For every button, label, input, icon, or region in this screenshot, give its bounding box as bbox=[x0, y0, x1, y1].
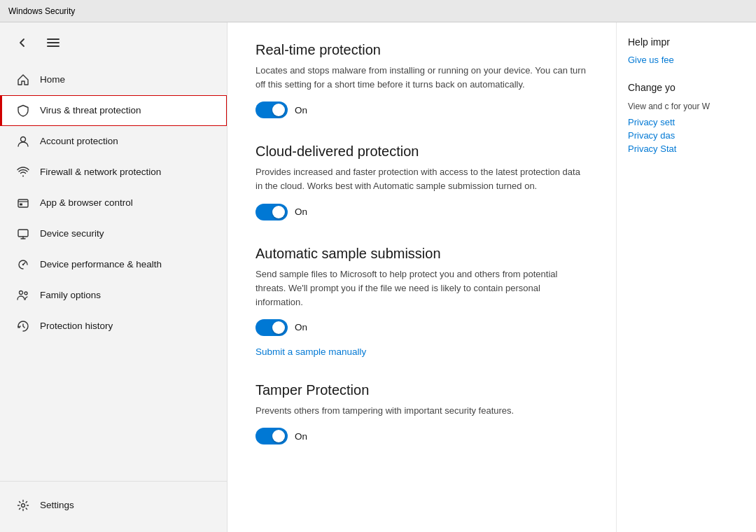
sidebar-item-deviceperf-label: Device performance & health bbox=[40, 258, 162, 271]
sidebar-item-appbrowser-label: App & browser control bbox=[40, 197, 133, 209]
section-tamper: Tamper Protection Prevents others from t… bbox=[255, 382, 588, 444]
section-cloud-desc: Provides increased and faster protection… bbox=[255, 165, 588, 193]
section-cloud: Cloud-delivered protection Provides incr… bbox=[255, 144, 588, 220]
tamper-toggle-label: On bbox=[295, 431, 307, 442]
section-cloud-toggle-row: On bbox=[255, 204, 588, 220]
section-automatic-title: Automatic sample submission bbox=[255, 246, 588, 262]
right-change-title: Change yo bbox=[628, 82, 745, 93]
main-content: Real-time protection Locates and stops m… bbox=[227, 22, 616, 532]
sidebar-item-family-label: Family options bbox=[40, 289, 101, 302]
sidebar-bottom: Settings bbox=[0, 481, 227, 532]
right-panel: Help impr Give us fee Change yo View and… bbox=[616, 22, 756, 532]
realtime-toggle[interactable] bbox=[255, 102, 288, 118]
settings-icon bbox=[16, 498, 30, 512]
sidebar-nav: Home Virus & threat protection bbox=[0, 59, 227, 347]
privacy-dashboard-link[interactable]: Privacy das bbox=[628, 130, 745, 141]
svg-rect-2 bbox=[20, 204, 22, 206]
history-icon bbox=[16, 319, 30, 333]
devicesec-icon bbox=[16, 227, 30, 241]
svg-point-0 bbox=[21, 137, 26, 142]
privacy-settings-link[interactable]: Privacy sett bbox=[628, 117, 745, 127]
toggle-thumb bbox=[272, 206, 285, 218]
sidebar-top bbox=[0, 22, 227, 59]
svg-point-7 bbox=[22, 504, 25, 507]
toggle-thumb bbox=[272, 430, 285, 442]
sidebar-item-account-label: Account protection bbox=[40, 135, 118, 148]
sidebar-item-account[interactable]: Account protection bbox=[0, 126, 227, 157]
sidebar-item-devicesec-label: Device security bbox=[40, 227, 104, 240]
cloud-toggle-label: On bbox=[295, 206, 307, 217]
section-tamper-title: Tamper Protection bbox=[255, 382, 588, 398]
sidebar-item-firewall[interactable]: Firewall & network protection bbox=[0, 157, 227, 188]
back-button[interactable] bbox=[11, 31, 34, 54]
right-change-section: Change yo View and c for your W Privacy … bbox=[628, 82, 745, 154]
sidebar-item-firewall-label: Firewall & network protection bbox=[40, 166, 161, 178]
back-icon bbox=[17, 37, 28, 48]
sidebar-item-family[interactable]: Family options bbox=[0, 280, 227, 311]
sidebar-item-virus-label: Virus & threat protection bbox=[40, 104, 141, 117]
cloud-toggle[interactable] bbox=[255, 204, 288, 220]
sidebar-item-settings[interactable]: Settings bbox=[0, 490, 227, 521]
family-icon bbox=[16, 288, 30, 302]
right-help-section: Help impr Give us fee bbox=[628, 36, 745, 65]
person-icon bbox=[16, 134, 30, 148]
section-cloud-title: Cloud-delivered protection bbox=[255, 144, 588, 160]
svg-rect-3 bbox=[18, 230, 28, 237]
sidebar-item-deviceperf[interactable]: Device performance & health bbox=[0, 249, 227, 280]
sidebar-item-history[interactable]: Protection history bbox=[0, 311, 227, 342]
title-bar: Windows Security bbox=[0, 0, 756, 22]
sidebar-item-history-label: Protection history bbox=[40, 320, 113, 332]
section-automatic: Automatic sample submission Send sample … bbox=[255, 246, 588, 357]
sidebar-item-home[interactable]: Home bbox=[0, 64, 227, 95]
section-tamper-toggle-row: On bbox=[255, 428, 588, 444]
svg-point-5 bbox=[20, 291, 23, 295]
sidebar-item-settings-label: Settings bbox=[40, 499, 74, 512]
section-tamper-desc: Prevents others from tampering with impo… bbox=[255, 404, 588, 418]
title-bar-text: Windows Security bbox=[8, 6, 75, 16]
sidebar-item-home-label: Home bbox=[40, 74, 65, 86]
sidebar-item-appbrowser[interactable]: App & browser control bbox=[0, 188, 227, 218]
home-icon bbox=[16, 73, 30, 87]
svg-point-4 bbox=[22, 264, 24, 265]
hamburger-button[interactable] bbox=[42, 31, 64, 54]
svg-point-6 bbox=[24, 292, 27, 295]
appbrowser-icon bbox=[16, 196, 30, 210]
toggle-thumb bbox=[272, 321, 285, 334]
section-automatic-desc: Send sample files to Microsoft to help p… bbox=[255, 267, 588, 309]
submit-sample-link[interactable]: Submit a sample manually bbox=[255, 346, 366, 357]
section-automatic-toggle-row: On bbox=[255, 319, 588, 336]
sidebar-item-virus[interactable]: Virus & threat protection bbox=[0, 95, 227, 126]
section-realtime: Real-time protection Locates and stops m… bbox=[255, 42, 588, 118]
give-feedback-link[interactable]: Give us fee bbox=[628, 55, 745, 65]
sidebar: Home Virus & threat protection bbox=[0, 22, 227, 532]
deviceperf-icon bbox=[16, 258, 30, 272]
section-realtime-toggle-row: On bbox=[255, 102, 588, 118]
right-help-title: Help impr bbox=[628, 36, 745, 48]
privacy-statement-link[interactable]: Privacy Stat bbox=[628, 144, 745, 154]
sidebar-item-devicesec[interactable]: Device security bbox=[0, 218, 227, 249]
right-change-desc: View and c for your W bbox=[628, 100, 745, 113]
section-realtime-title: Real-time protection bbox=[255, 42, 588, 58]
automatic-toggle-label: On bbox=[295, 322, 307, 332]
tamper-toggle[interactable] bbox=[255, 428, 288, 444]
automatic-toggle[interactable] bbox=[255, 319, 288, 336]
svg-rect-1 bbox=[18, 200, 28, 207]
section-realtime-desc: Locates and stops malware from installin… bbox=[255, 64, 588, 92]
realtime-toggle-label: On bbox=[295, 105, 307, 115]
wifi-icon bbox=[16, 165, 30, 179]
shield-icon bbox=[16, 104, 30, 118]
app-body: Home Virus & threat protection bbox=[0, 22, 756, 532]
